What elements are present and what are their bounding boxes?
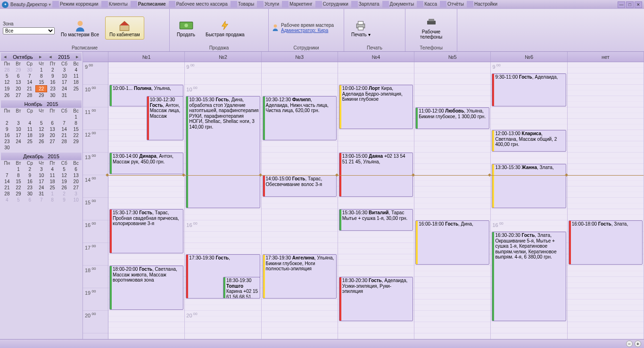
- appointment[interactable]: 10:00-12:00 Лорт Кира, Аделаида Бедро-эп…: [339, 85, 413, 129]
- zoom-in-button[interactable]: +: [635, 340, 641, 347]
- print-button[interactable]: Печать ▾: [347, 16, 375, 40]
- calendar-day[interactable]: 9: [47, 73, 58, 79]
- calendar-day[interactable]: 18: [47, 178, 58, 185]
- appointment[interactable]: 14:00-15:00 Гость, Тарас, Обесвечивание …: [263, 175, 337, 197]
- calendar-day[interactable]: 23: [47, 86, 58, 92]
- calendar-day[interactable]: 31: [58, 92, 71, 99]
- schedule-column[interactable]: 9 0010 0016 0018 0020 009:30-11:00 Гость…: [491, 62, 567, 339]
- schedule-column[interactable]: 16:00-18:00 Гость, Злата,: [568, 62, 644, 339]
- calendar-day[interactable]: 18: [24, 132, 36, 138]
- calendar-day[interactable]: 31: [36, 191, 47, 197]
- column-header[interactable]: №2: [185, 52, 261, 62]
- calendar-day[interactable]: 11: [47, 172, 58, 178]
- calendar-day[interactable]: 11: [71, 73, 82, 79]
- calendar-day[interactable]: 28: [58, 138, 70, 145]
- calendar-day[interactable]: 28: [1, 67, 13, 73]
- calendar-day[interactable]: 23: [1, 138, 13, 145]
- calendar-day[interactable]: 24: [58, 86, 71, 92]
- calendar-day[interactable]: 30: [24, 191, 36, 197]
- calendar-day[interactable]: 20: [70, 178, 82, 185]
- titlebar-item-11[interactable]: Отчёты: [440, 1, 464, 8]
- calendar-day[interactable]: 16: [47, 79, 58, 86]
- window-minimize-button[interactable]: —: [618, 1, 625, 8]
- appointment[interactable]: 18:30-20:30 Гость, Аделаида, Усики-эпиля…: [339, 277, 413, 321]
- column-header[interactable]: №4: [338, 52, 414, 62]
- calendar-day[interactable]: 6: [70, 166, 82, 172]
- calendar-day[interactable]: 27: [47, 138, 58, 145]
- calendar-day[interactable]: 6: [13, 73, 24, 79]
- appointment[interactable]: 13:30-15:30 Жанна, Злата,: [492, 164, 566, 208]
- calendar-day[interactable]: 17: [58, 79, 71, 86]
- calendar-day[interactable]: 2: [1, 120, 13, 126]
- calendar-day[interactable]: 26: [1, 92, 13, 99]
- calendar-day[interactable]: 29: [13, 67, 24, 73]
- appointment[interactable]: 10:30-12:30 Филипп, Аделаида, Нижн.часть…: [263, 96, 337, 140]
- window-maximize-button[interactable]: □: [626, 1, 634, 8]
- calendar-day[interactable]: 8: [70, 120, 82, 126]
- appointment[interactable]: 11:00-12:00 Любовь, Ульяна, Бикини глубо…: [415, 107, 489, 129]
- schedule-column[interactable]: 10:00-12:00 Лорт Кира, Аделаида Бедро-эп…: [338, 62, 414, 339]
- next-month-button[interactable]: ▸: [38, 54, 43, 60]
- appointment[interactable]: 16:30-20:30 Гость, Злата, Окрашивание 5-…: [492, 232, 566, 321]
- calendar-day[interactable]: 9: [58, 197, 70, 203]
- admin-link[interactable]: Администратор: Кира: [281, 28, 334, 33]
- calendar-day[interactable]: 2: [58, 191, 70, 197]
- calendar-day[interactable]: 29: [13, 191, 24, 197]
- calendar-day[interactable]: 28: [24, 92, 36, 99]
- titlebar-item-4[interactable]: Товары: [231, 1, 254, 8]
- calendar-day[interactable]: 7: [36, 197, 47, 203]
- calendar-day[interactable]: 8: [36, 73, 47, 79]
- calendar-day[interactable]: 11: [24, 126, 36, 132]
- calendar-day[interactable]: 26: [36, 138, 47, 145]
- calendar-day[interactable]: 24: [36, 185, 47, 191]
- calendar-day[interactable]: 3: [58, 67, 71, 73]
- calendar-day[interactable]: 4: [1, 197, 13, 203]
- appointment[interactable]: 16:00-18:00 Гость, Дина,: [415, 220, 489, 265]
- calendar-day[interactable]: 7: [24, 73, 36, 79]
- calendar-day[interactable]: 13: [13, 79, 24, 86]
- by-master-button[interactable]: По мастерам Все: [57, 16, 103, 40]
- calendar-day[interactable]: 25: [47, 185, 58, 191]
- calendar-day[interactable]: 22: [70, 132, 82, 138]
- titlebar-item-5[interactable]: Услуги: [257, 1, 279, 8]
- calendar-day[interactable]: 21: [1, 185, 13, 191]
- calendar-day[interactable]: 2: [47, 67, 58, 73]
- calendar-day[interactable]: 14: [24, 79, 36, 86]
- appointment[interactable]: 16:00-18:00 Гость, Злата,: [569, 220, 643, 265]
- appointment[interactable]: 13:00-15:00 Даяна +02 13 54 51 21 45, Ул…: [339, 153, 413, 197]
- calendar-day[interactable]: 10: [70, 197, 82, 203]
- by-room-button[interactable]: По кабинетам: [105, 16, 144, 40]
- phones-button[interactable]: Рабочие телефоны: [408, 14, 454, 42]
- calendar-day[interactable]: 10: [58, 73, 71, 79]
- calendar-day[interactable]: 5: [1, 73, 13, 79]
- titlebar-item-12[interactable]: Настройки: [467, 1, 497, 8]
- calendar-day[interactable]: 25: [71, 86, 82, 92]
- column-header[interactable]: №1: [108, 52, 185, 62]
- calendar-day[interactable]: 5: [36, 120, 47, 126]
- calendar-day[interactable]: 13: [47, 126, 58, 132]
- calendar-day[interactable]: 19: [36, 132, 47, 138]
- calendar-day[interactable]: 29: [70, 138, 82, 145]
- calendar-day[interactable]: 30: [24, 67, 36, 73]
- column-header[interactable]: №5: [414, 52, 491, 62]
- appointment[interactable]: 12:00-13:00 Клариса, Светлана, Массаж об…: [492, 130, 566, 152]
- calendar-day[interactable]: 1: [13, 166, 24, 172]
- appointment[interactable]: 10:30-15:30 Гость, Дина, обработка стоп …: [186, 96, 260, 208]
- schedule-column[interactable]: 10:30-12:30 Филипп, Аделаида, Нижн.часть…: [262, 62, 338, 339]
- calendar-day[interactable]: 21: [58, 132, 70, 138]
- titlebar-item-10[interactable]: Касса: [417, 1, 437, 8]
- calendar-day[interactable]: 9: [1, 126, 13, 132]
- calendar-day[interactable]: 15: [70, 126, 82, 132]
- calendar-day[interactable]: 1: [47, 191, 58, 197]
- appointment[interactable]: 9:30-11:00 Гость, Аделаида,: [492, 73, 566, 106]
- calendar-day[interactable]: 4: [24, 120, 36, 126]
- prev-year-button[interactable]: ◂: [48, 54, 53, 60]
- titlebar-item-3[interactable]: Рабочее место кассира: [169, 1, 228, 8]
- calendar-day[interactable]: 20: [47, 132, 58, 138]
- calendar-day[interactable]: 6: [24, 197, 36, 203]
- appointment[interactable]: 15:30-16:30 Виталий, Тарас Мытье + сушка…: [339, 209, 413, 231]
- appointment[interactable]: 18:30-19:30 Топшго Карина +02 15 61 56 6…: [223, 277, 260, 299]
- calendar-day[interactable]: 20: [13, 86, 24, 92]
- calendar-day[interactable]: 3: [36, 166, 47, 172]
- calendar-day[interactable]: 4: [47, 166, 58, 172]
